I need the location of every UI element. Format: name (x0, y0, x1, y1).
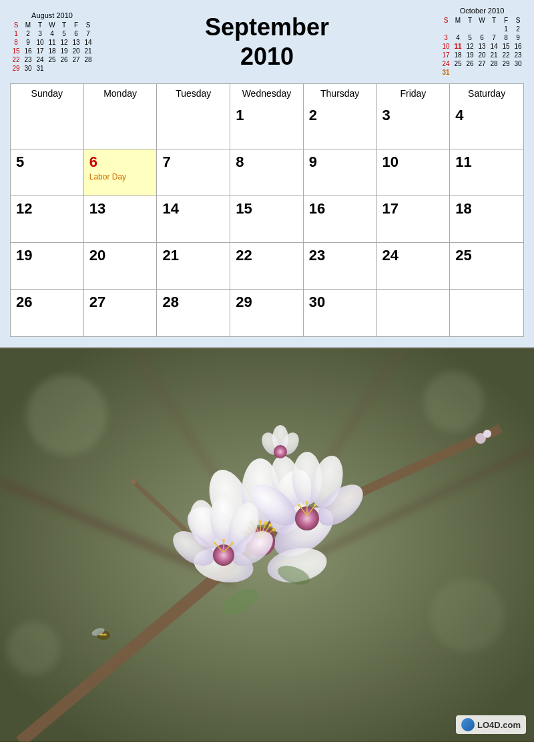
day-number: 28 (162, 294, 178, 310)
day-number: 7 (162, 153, 170, 170)
table-row (84, 103, 158, 149)
svg-point-50 (314, 504, 316, 506)
svg-point-38 (272, 528, 276, 532)
table-row: 7 (157, 149, 230, 196)
photo-section: LO4D.com (0, 348, 534, 742)
day-number: 15 (236, 200, 252, 217)
table-row: 11 (450, 149, 523, 196)
table-row: 10 (377, 149, 451, 196)
svg-point-69 (103, 634, 107, 636)
table-row: 6 Labor Day (84, 149, 158, 196)
svg-point-66 (274, 445, 287, 458)
dow-header: Sunday Monday Tuesday Wednesday Thursday… (10, 83, 524, 103)
day-number: 19 (16, 247, 32, 264)
dow-tuesday: Tuesday (157, 84, 230, 103)
svg-point-49 (306, 501, 308, 504)
table-row: 25 (450, 243, 523, 290)
day-number: 25 (455, 247, 471, 264)
next-month-title: October 2010 (440, 7, 524, 15)
day-number: 3 (382, 107, 390, 123)
svg-point-34 (259, 520, 262, 524)
day-number: 1 (236, 107, 244, 123)
day-number: 4 (455, 107, 463, 123)
day-number: 12 (16, 200, 32, 217)
table-row: 14 (157, 196, 230, 243)
svg-point-3 (431, 579, 504, 652)
day-number: 5 (16, 153, 24, 170)
table-row: 22 (230, 243, 304, 290)
table-row: 20 (84, 243, 158, 290)
table-row: 27 (84, 290, 158, 336)
day-number: 8 (236, 153, 244, 170)
table-row: 19 (11, 243, 84, 290)
table-row: 1 (230, 103, 304, 149)
svg-point-1 (27, 375, 107, 455)
day-number: 17 (382, 200, 398, 217)
day-number: 23 (309, 247, 325, 264)
svg-point-2 (424, 372, 484, 432)
table-row: 17 (377, 196, 451, 243)
table-row: 12 (11, 196, 84, 243)
dow-sunday: Sunday (11, 84, 84, 103)
dow-friday: Friday (377, 84, 451, 103)
table-row (157, 103, 230, 149)
day-number: 16 (309, 200, 325, 217)
table-row: 15 (230, 196, 304, 243)
svg-point-35 (264, 522, 268, 525)
day-number: 20 (89, 247, 105, 264)
table-row: 23 (304, 243, 377, 290)
dow-thursday: Thursday (304, 84, 377, 103)
table-row: 4 (450, 103, 523, 149)
table-row: 30 (304, 290, 377, 336)
day-number: 22 (236, 247, 252, 264)
svg-point-14 (131, 479, 136, 484)
svg-point-48 (298, 504, 300, 506)
next-mini-calendar: October 2010 SMTWTFS 12 3456789 10111213… (440, 7, 524, 77)
day-number: 9 (309, 153, 317, 170)
prev-mini-calendar: August 2010 SMTWTFS 1234567 891011121314 (10, 11, 94, 73)
svg-point-16 (483, 430, 491, 438)
day-number: 29 (236, 294, 252, 310)
table-row: 21 (157, 243, 230, 290)
svg-point-61 (222, 539, 225, 542)
table-row: 29 (230, 290, 304, 336)
svg-point-36 (269, 524, 272, 527)
dow-monday: Monday (84, 84, 158, 103)
prev-month-title: August 2010 (10, 11, 94, 19)
svg-point-62 (231, 542, 234, 544)
day-number: 30 (309, 294, 325, 310)
day-number: 11 (455, 153, 471, 170)
table-row: 28 (157, 290, 230, 336)
table-row (377, 290, 451, 336)
dow-saturday: Saturday (450, 84, 523, 103)
dow-wednesday: Wednesday (230, 84, 304, 103)
day-number: 26 (16, 294, 32, 310)
table-row: 18 (450, 196, 523, 243)
table-row: 9 (304, 149, 377, 196)
table-row: 3 (377, 103, 451, 149)
watermark: LO4D.com (456, 715, 526, 734)
globe-icon (461, 718, 475, 731)
table-row (450, 290, 523, 336)
day-number: 10 (382, 153, 398, 170)
flower-illustration (0, 348, 534, 742)
svg-point-4 (7, 622, 60, 675)
table-row: 26 (11, 290, 84, 336)
day-number: 27 (89, 294, 105, 310)
calendar-grid: 1 2 3 4 5 6 Labor Day 7 8 9 10 11 12 13 … (10, 103, 524, 337)
main-month-title: September 2010 (201, 13, 333, 70)
day-number: 14 (162, 200, 178, 217)
day-number: 24 (382, 247, 398, 264)
table-row: 2 (304, 103, 377, 149)
day-number: 13 (89, 200, 105, 217)
day-number: 6 (89, 153, 97, 170)
table-row: 16 (304, 196, 377, 243)
watermark-text: LO4D.com (477, 720, 521, 730)
table-row: 5 (11, 149, 84, 196)
table-row: 24 (377, 243, 451, 290)
day-number: 18 (455, 200, 471, 217)
day-number: 2 (309, 107, 317, 123)
holiday-label: Labor Day (89, 172, 152, 181)
calendar-section: August 2010 SMTWTFS 1234567 891011121314 (0, 0, 534, 348)
day-number: 21 (162, 247, 178, 264)
